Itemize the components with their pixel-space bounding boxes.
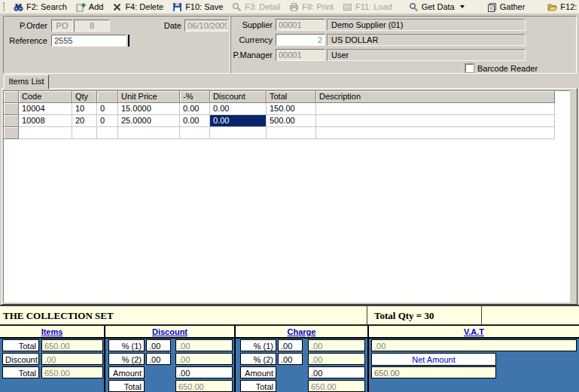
currency-name-bar: US DOLLAR [327, 34, 526, 46]
cell-code[interactable]: 10008 [19, 115, 72, 127]
discount-amount-label: Amount [108, 366, 145, 378]
column-header-description[interactable]: Description [316, 91, 555, 103]
cell-empty[interactable] [19, 127, 72, 139]
supplier-header-panel: Supplier 00001 Demo Supplier (01) Curren… [230, 16, 577, 74]
cell-empty[interactable] [97, 127, 118, 139]
cell-qty[interactable]: 10 [72, 103, 97, 115]
charge-pct1-input[interactable]: .00 [278, 339, 303, 351]
get-data-button[interactable]: Get Data [404, 2, 469, 13]
table-row[interactable]: 10004 10 0 15.0000 0.00 0.00 150.00 [4, 103, 569, 115]
date-label: Date [144, 21, 181, 30]
pmanager-code-field: 00001 [276, 49, 325, 61]
barcode-reader-checkbox[interactable] [465, 64, 474, 72]
cell-total[interactable]: 150.00 [267, 103, 316, 115]
column-header-unit-price[interactable]: Unit Price [118, 91, 180, 103]
detail-button-label: F3: Detail [245, 2, 280, 11]
supplier-label: Supplier [231, 20, 273, 29]
cell-discount[interactable]: 0.00 [210, 103, 267, 115]
add-button[interactable]: Add [72, 2, 108, 13]
save-button[interactable]: F10: Save [168, 2, 227, 13]
totals-charge-section: Charge % (1) .00 .00 % (2) .00 .00 Amoun… [236, 326, 369, 392]
pmanager-name-bar: User [327, 49, 526, 61]
row-selector[interactable] [4, 127, 19, 139]
porder-number-field: 8 [74, 20, 110, 32]
items-section-header: Items [0, 326, 104, 339]
open-folder-icon [547, 2, 557, 12]
delete-x-icon [112, 2, 122, 12]
table-row-empty[interactable] [4, 127, 569, 139]
selected-cell-discount[interactable]: 0.00 [210, 115, 267, 127]
discount-pct1-input[interactable]: .00 [146, 339, 171, 351]
cell-unit-price[interactable]: 15.0000 [118, 103, 180, 115]
binoculars-icon [14, 2, 23, 12]
cell-discount-pct[interactable]: 0.00 [180, 115, 210, 127]
cell-empty[interactable] [180, 127, 210, 139]
reference-input[interactable]: 2555 [51, 35, 126, 47]
gather-button[interactable]: Gather [483, 2, 530, 13]
net-amount-label: Net Amount [371, 353, 496, 366]
add-button-label: Add [89, 2, 104, 11]
cell-blank[interactable]: 0 [97, 103, 118, 115]
cell-qty[interactable]: 20 [72, 115, 97, 127]
column-header-qty[interactable]: Qty [72, 91, 97, 103]
row-selector[interactable] [4, 103, 19, 115]
search-button-label: F2: Search [26, 2, 67, 11]
items-grid[interactable]: Code Qty Unit Price -% Discount Total De… [3, 90, 570, 302]
totals-items-section: Items Total 650.00 Discount .00 Total 65… [0, 326, 105, 392]
chevron-down-icon[interactable] [460, 5, 465, 8]
items-net-total-label: Total [2, 366, 39, 378]
load-button: F11: Load [338, 2, 397, 13]
cell-code[interactable]: 10004 [19, 103, 72, 115]
cell-description[interactable] [316, 115, 555, 127]
magnifier-gold-icon [409, 2, 419, 12]
cell-unit-price[interactable]: 25.0000 [118, 115, 180, 127]
charge-section-header: Charge [236, 326, 367, 339]
column-header-discount[interactable]: Discount [210, 91, 267, 103]
charge-pct2-label: % (2) [240, 353, 276, 365]
cell-blank[interactable]: 0 [97, 115, 118, 127]
items-discount-field: .00 [41, 353, 103, 365]
cell-total[interactable]: 500.00 [267, 115, 316, 127]
discount-pct2-amount-field: .00 [175, 353, 233, 365]
printer-icon [289, 2, 299, 12]
table-row[interactable]: 10008 20 0 25.0000 0.00 0.00 500.00 [4, 115, 569, 127]
cell-empty[interactable] [316, 127, 555, 139]
charge-pct1-amount-field: .00 [308, 339, 365, 351]
print-button: F8: Print [285, 2, 338, 13]
discount-pct1-label: % (1) [108, 339, 145, 351]
discount-pct2-input[interactable]: .00 [146, 353, 171, 365]
tab-items-list[interactable]: Items List [4, 74, 49, 89]
load-button-label: F11: Load [355, 2, 392, 11]
charge-amount-label: Amount [240, 366, 276, 378]
cell-description[interactable] [316, 103, 555, 115]
save-button-label: F10: Save [185, 2, 223, 11]
column-header-blank[interactable] [97, 91, 118, 103]
add-row-icon [76, 2, 86, 12]
charge-pct2-input[interactable]: .00 [278, 353, 303, 365]
items-total-label: Total [2, 339, 39, 351]
items-total-field: 650.00 [41, 339, 103, 351]
exit-button[interactable]: F12: Exit [543, 2, 579, 13]
delete-button[interactable]: F4: Delete [108, 2, 168, 13]
toolbar: F2: Search Add F4: Delete F10: Save F3: [0, 0, 579, 14]
toolbar-grip[interactable] [3, 2, 5, 11]
pmanager-label: P.Manager [231, 50, 273, 59]
charge-amount-input[interactable]: .00 [308, 366, 365, 378]
vat-section-header: V.A.T [369, 326, 579, 339]
column-header-code[interactable]: Code [19, 91, 72, 103]
cell-discount-pct[interactable]: 0.00 [180, 103, 210, 115]
currency-label: Currency [231, 35, 273, 44]
cell-empty[interactable] [210, 127, 267, 139]
cell-empty[interactable] [118, 127, 180, 139]
discount-amount-input[interactable]: .00 [175, 366, 233, 378]
discount-total-field: 650.00 [175, 380, 233, 392]
cell-empty[interactable] [72, 127, 97, 139]
column-header-total[interactable]: Total [267, 91, 316, 103]
currency-code-field[interactable]: 2 [276, 34, 325, 46]
vat-amount-field: .00 [371, 339, 577, 351]
search-button[interactable]: F2: Search [9, 2, 72, 13]
items-discount-label: Discount [2, 353, 39, 365]
column-header-discount-pct[interactable]: -% [180, 91, 210, 103]
row-selector[interactable] [4, 115, 19, 127]
cell-empty[interactable] [267, 127, 316, 139]
